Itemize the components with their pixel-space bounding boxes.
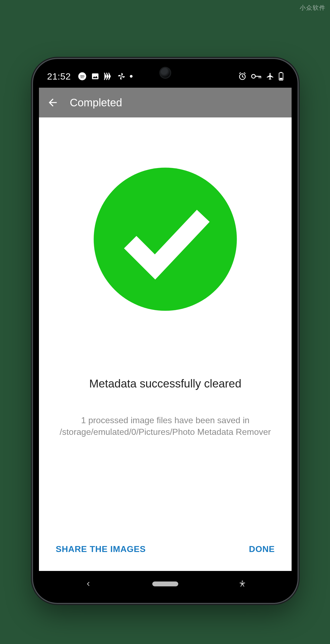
nav-back-button[interactable] <box>72 581 104 587</box>
main-content: Metadata successfully cleared 1 processe… <box>39 117 292 571</box>
wave-icon <box>104 73 113 80</box>
system-nav-bar <box>39 571 292 597</box>
airplane-icon <box>266 72 274 80</box>
watermark-text: 小众软件 <box>300 4 326 12</box>
page-title: Completed <box>70 97 122 109</box>
svg-point-8 <box>242 581 243 582</box>
alarm-icon <box>238 72 247 81</box>
status-icons-left <box>78 72 133 81</box>
battery-icon <box>279 72 283 81</box>
share-images-button[interactable]: SHARE THE IMAGES <box>56 544 146 554</box>
spotify-icon <box>78 72 87 81</box>
key-icon <box>251 73 262 80</box>
action-row: SHARE THE IMAGES DONE <box>55 544 275 571</box>
nav-home-button[interactable] <box>149 581 182 586</box>
svg-rect-5 <box>280 72 282 73</box>
phone-screen: 21:52 <box>39 65 292 597</box>
back-button[interactable] <box>45 95 60 110</box>
success-subtext: 1 processed image files have been saved … <box>55 415 275 438</box>
success-headline: Metadata successfully cleared <box>89 377 242 390</box>
dot-icon <box>130 75 133 78</box>
checkmark-circle-icon <box>92 166 238 312</box>
app-bar: Completed <box>39 88 292 117</box>
svg-point-7 <box>94 167 237 311</box>
svg-point-3 <box>252 74 255 78</box>
svg-rect-6 <box>280 78 282 80</box>
image-icon <box>91 72 100 81</box>
front-camera <box>159 67 171 79</box>
phone-frame: 21:52 <box>33 59 298 603</box>
nav-accessibility-button[interactable] <box>226 580 259 588</box>
status-icons-right <box>238 72 283 81</box>
status-clock: 21:52 <box>47 71 71 82</box>
svg-point-0 <box>78 72 86 80</box>
pinwheel-icon <box>117 72 126 80</box>
done-button[interactable]: DONE <box>249 544 275 554</box>
svg-rect-1 <box>92 73 98 79</box>
